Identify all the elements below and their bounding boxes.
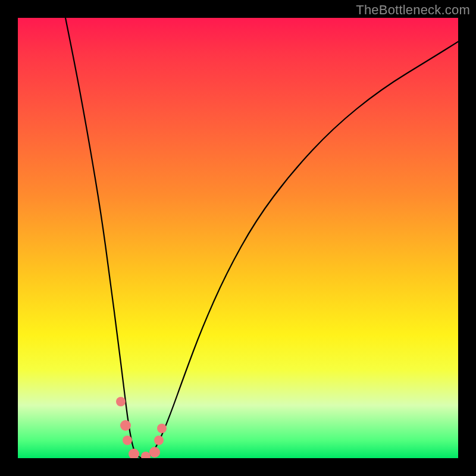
bottleneck-curve	[65, 18, 458, 458]
plot-area	[18, 18, 458, 458]
curve-marker	[157, 424, 167, 433]
curve-marker	[129, 449, 139, 458]
curve-marker	[141, 452, 151, 458]
curve-marker	[120, 420, 131, 431]
curve-marker	[149, 447, 160, 458]
curve-marker	[123, 436, 132, 445]
curve-marker	[116, 397, 126, 406]
curve-marker	[154, 436, 164, 445]
chart-frame: TheBottleneck.com	[0, 0, 476, 476]
watermark-text: TheBottleneck.com	[356, 2, 470, 18]
curve-markers	[116, 397, 167, 458]
curve-svg	[18, 18, 458, 458]
